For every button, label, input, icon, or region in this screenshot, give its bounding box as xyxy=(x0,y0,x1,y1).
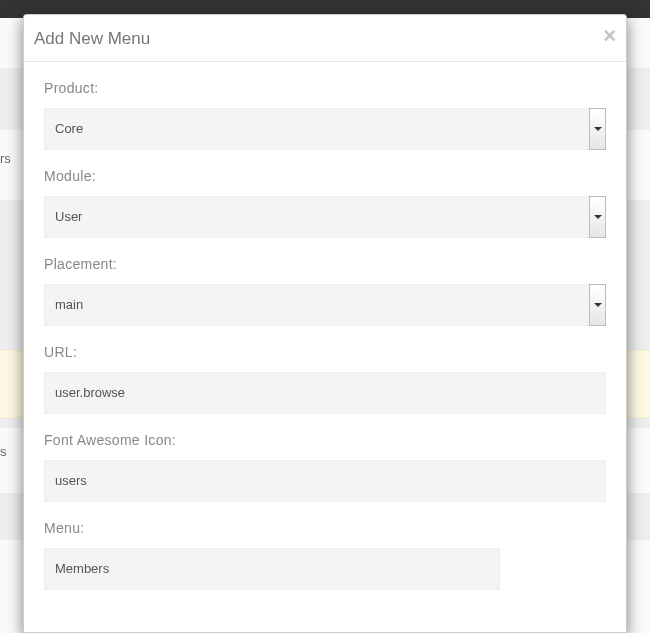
product-group: Product: Core xyxy=(44,80,606,150)
chevron-down-icon xyxy=(594,127,602,131)
chevron-down-icon xyxy=(594,215,602,219)
menu-input[interactable] xyxy=(44,548,500,590)
module-group: Module: User xyxy=(44,168,606,238)
module-value: User xyxy=(44,196,589,238)
placement-group: Placement: main xyxy=(44,256,606,326)
placement-label: Placement: xyxy=(44,256,606,272)
dropdown-button[interactable] xyxy=(589,196,606,238)
module-select[interactable]: User xyxy=(44,196,606,238)
bg-fragment: rs xyxy=(0,151,11,166)
icon-input[interactable] xyxy=(44,460,606,502)
icon-label: Font Awesome Icon: xyxy=(44,432,606,448)
add-new-menu-modal: Add New Menu × Product: Core Module: Use… xyxy=(23,14,627,633)
placement-value: main xyxy=(44,284,589,326)
placement-select[interactable]: main xyxy=(44,284,606,326)
modal-header: Add New Menu × xyxy=(24,15,626,62)
product-label: Product: xyxy=(44,80,606,96)
menu-group: Menu: xyxy=(44,520,606,590)
menu-label: Menu: xyxy=(44,520,606,536)
bg-fragment: s xyxy=(0,444,7,459)
product-select[interactable]: Core xyxy=(44,108,606,150)
close-button[interactable]: × xyxy=(603,25,616,47)
dropdown-button[interactable] xyxy=(589,284,606,326)
url-input[interactable] xyxy=(44,372,606,414)
chevron-down-icon xyxy=(594,303,602,307)
url-group: URL: xyxy=(44,344,606,414)
modal-title: Add New Menu xyxy=(34,27,616,51)
icon-group: Font Awesome Icon: xyxy=(44,432,606,502)
modal-body: Product: Core Module: User Placement: ma… xyxy=(24,62,626,590)
module-label: Module: xyxy=(44,168,606,184)
dropdown-button[interactable] xyxy=(589,108,606,150)
product-value: Core xyxy=(44,108,589,150)
url-label: URL: xyxy=(44,344,606,360)
